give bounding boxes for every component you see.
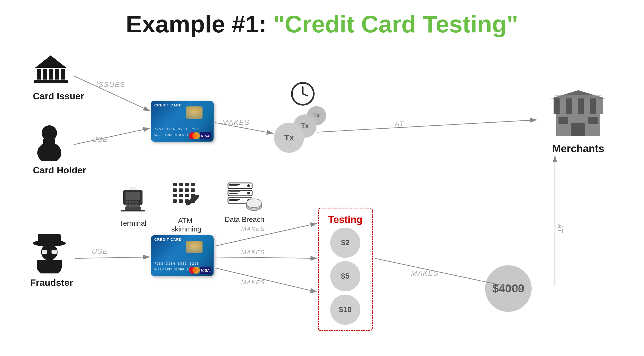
svg-rect-65 [191,188,195,192]
svg-marker-28 [555,95,602,98]
fraudster-group: Fraudster [30,232,73,288]
bank-icon [33,54,69,87]
svg-rect-64 [185,188,189,192]
testing-label: Testing [321,214,369,225]
card-holder-group: Card Holder [33,125,86,176]
svg-rect-1 [43,69,47,80]
svg-point-80 [247,192,250,194]
svg-rect-82 [229,193,238,194]
svg-rect-14 [52,250,57,254]
svg-line-100 [75,257,150,258]
svg-point-89 [246,199,262,208]
title-highlight: "Credit Card Testing" [273,10,518,38]
svg-point-76 [247,184,250,187]
tx-small-label: Tx [313,112,320,119]
svg-rect-24 [571,123,585,136]
card-issuer-group: Card Issuer [33,54,84,101]
atm-label: ATM- skimming [170,216,203,233]
svg-rect-46 [132,201,134,203]
svg-text:VISA: VISA [201,268,210,273]
svg-rect-81 [229,191,240,192]
svg-line-104 [215,257,317,258]
legit-credit-card: CREDIT CARD 7253 3256 8563 3295 5422 CAR… [151,101,214,142]
svg-rect-86 [229,200,238,201]
svg-rect-26 [588,117,598,124]
svg-rect-70 [173,199,177,203]
tx-large-label: Tx [284,133,294,142]
person-icon [33,125,66,161]
testing-box: Testing $2 $5 $10 [318,208,373,331]
svg-text:MAKES: MAKES [411,269,439,277]
svg-rect-74 [195,195,199,198]
svg-rect-19 [554,98,560,114]
title-prefix: Example #1: [126,10,267,38]
svg-rect-66 [173,194,177,197]
fraud-credit-card: CREDIT CARD 7253 3256 8563 3295 5422 CAR… [151,235,214,276]
svg-rect-17 [37,260,62,267]
merchant-group: Merchants [551,90,606,155]
svg-rect-67 [179,194,183,197]
terminal-group: Terminal [118,186,148,228]
fraudster-label: Fraudster [30,277,73,288]
card-issuer-label: Card Issuer [33,91,84,101]
svg-rect-60 [185,183,189,186]
svg-text:USE: USE [92,135,108,143]
svg-text:MAKES: MAKES [241,225,265,232]
svg-rect-85 [229,199,240,200]
svg-rect-11 [38,234,61,244]
svg-text:AT: AT [557,224,564,233]
svg-rect-9 [43,139,55,145]
svg-line-92 [74,76,150,111]
svg-rect-77 [229,184,240,185]
svg-text:AT: AT [394,120,404,128]
svg-rect-21 [578,98,584,114]
large-amount: $4000 [492,282,525,295]
merchant-label: Merchants [551,143,606,155]
svg-text:MAKES: MAKES [241,249,265,256]
amount-10-circle: $10 [330,295,360,325]
svg-rect-0 [37,69,41,80]
clock-icon [290,81,315,107]
databreach-icon [227,182,262,213]
svg-line-41 [303,94,307,96]
svg-rect-25 [558,117,568,124]
amount-10: $10 [339,305,352,314]
databreach-group: Data Breach [225,182,264,224]
svg-rect-2 [49,69,53,80]
svg-rect-62 [173,188,177,192]
svg-rect-43 [126,192,140,200]
svg-rect-58 [173,183,177,186]
svg-rect-22 [590,98,596,114]
diagram-area: Card Issuer Card Holder [16,54,628,342]
svg-rect-59 [179,183,183,186]
tx-cluster: Tx Tx Tx [274,106,334,161]
svg-rect-5 [34,80,68,83]
page-title: Example #1: "Credit Card Testing" [16,11,628,38]
svg-rect-4 [61,69,65,80]
svg-rect-54 [121,210,145,211]
page-container: Example #1: "Credit Card Testing" Card I… [0,0,644,356]
svg-rect-47 [135,201,138,203]
svg-text:USE: USE [92,247,108,255]
merchant-icon [551,90,606,139]
svg-point-33 [192,134,196,138]
svg-rect-3 [55,69,59,80]
svg-rect-13 [42,250,47,254]
large-amount-group: $4000 [485,265,532,312]
svg-text:ISSUES: ISSUES [96,80,125,89]
svg-rect-44 [126,201,128,203]
svg-rect-78 [229,185,238,186]
svg-point-38 [192,268,196,272]
svg-rect-56 [130,188,136,188]
svg-text:MAKES: MAKES [222,118,250,126]
svg-rect-63 [179,188,183,192]
svg-point-7 [42,125,57,141]
svg-rect-52 [126,205,140,207]
databreach-label: Data Breach [225,215,264,224]
atm-icon [170,180,203,213]
svg-rect-53 [125,207,141,210]
svg-text:MAKES: MAKES [241,279,265,286]
card-holder-label: Card Holder [33,165,86,176]
large-amount-circle: $4000 [485,265,532,312]
svg-rect-45 [129,201,131,203]
